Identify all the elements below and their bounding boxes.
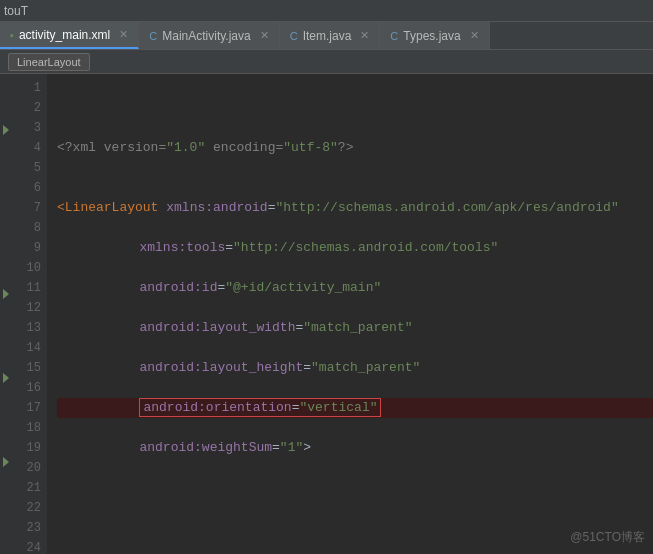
fold-indicator-1[interactable] <box>3 125 9 135</box>
fold-indicator-2[interactable] <box>3 289 9 299</box>
title-bar: touT <box>0 0 653 22</box>
java-icon-2: C <box>290 30 298 42</box>
fold-indicator-3[interactable] <box>3 373 9 383</box>
code-content: <?xml version="1.0" encoding="utf-8"?> C… <box>47 74 653 554</box>
tab-mainactivity[interactable]: C MainActivity.java ✕ <box>139 22 279 49</box>
tab-close-2[interactable]: ✕ <box>360 29 369 42</box>
tab-close-3[interactable]: ✕ <box>470 29 479 42</box>
tab-label: activity_main.xml <box>19 28 110 42</box>
tab-label-4: Types.java <box>403 29 460 43</box>
tab-label-3: Item.java <box>303 29 352 43</box>
line-numbers: 1 2 3 4 5 6 7 8 9 10 11 12 13 14 15 16 1… <box>12 74 47 554</box>
java-icon-1: C <box>149 30 157 42</box>
tab-close-xml[interactable]: ✕ <box>119 28 128 41</box>
tab-bar: ▪ activity_main.xml ✕ C MainActivity.jav… <box>0 22 653 50</box>
fold-indicator-4[interactable] <box>3 457 9 467</box>
java-icon-3: C <box>390 30 398 42</box>
tab-item[interactable]: C Item.java ✕ <box>280 22 381 49</box>
title-text: touT <box>4 4 28 18</box>
watermark: @51CTO博客 <box>570 529 645 546</box>
code-area[interactable]: <?xml version="1.0" encoding="utf-8"?> C… <box>47 74 653 554</box>
tab-activity-main[interactable]: ▪ activity_main.xml ✕ <box>0 22 139 49</box>
tab-label-2: MainActivity.java <box>162 29 250 43</box>
breadcrumb-bar: LinearLayout <box>0 50 653 74</box>
xml-icon: ▪ <box>10 29 14 41</box>
editor-area: 1 2 3 4 5 6 7 8 9 10 11 12 13 14 15 16 1… <box>0 74 653 554</box>
side-indicators <box>0 74 12 554</box>
breadcrumb[interactable]: LinearLayout <box>8 53 90 71</box>
tab-close-1[interactable]: ✕ <box>260 29 269 42</box>
tab-types[interactable]: C Types.java ✕ <box>380 22 489 49</box>
